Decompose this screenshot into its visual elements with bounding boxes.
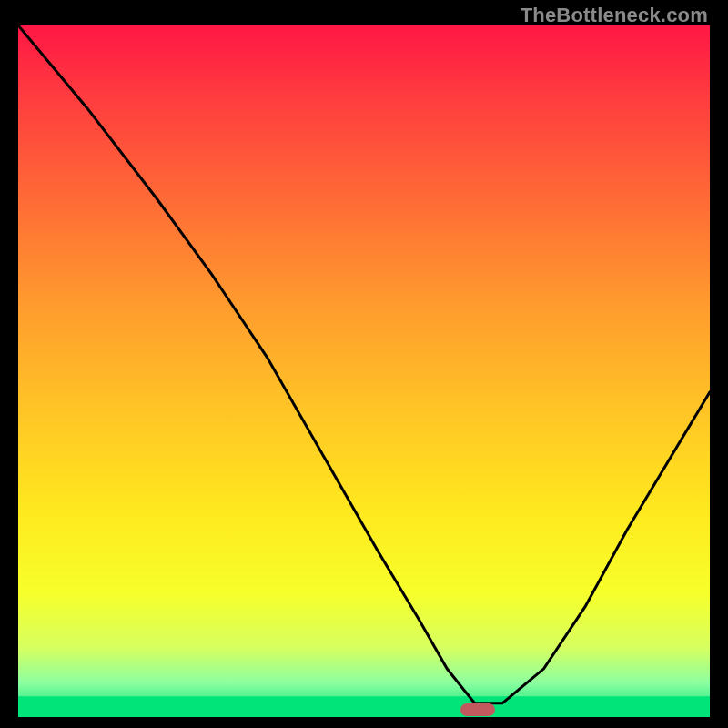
optimal-marker (460, 703, 495, 716)
chart-baseline-band (18, 696, 710, 717)
chart-background (18, 25, 710, 717)
bottleneck-chart (18, 25, 710, 717)
chart-frame (18, 25, 710, 717)
watermark-text: TheBottleneck.com (521, 4, 708, 27)
